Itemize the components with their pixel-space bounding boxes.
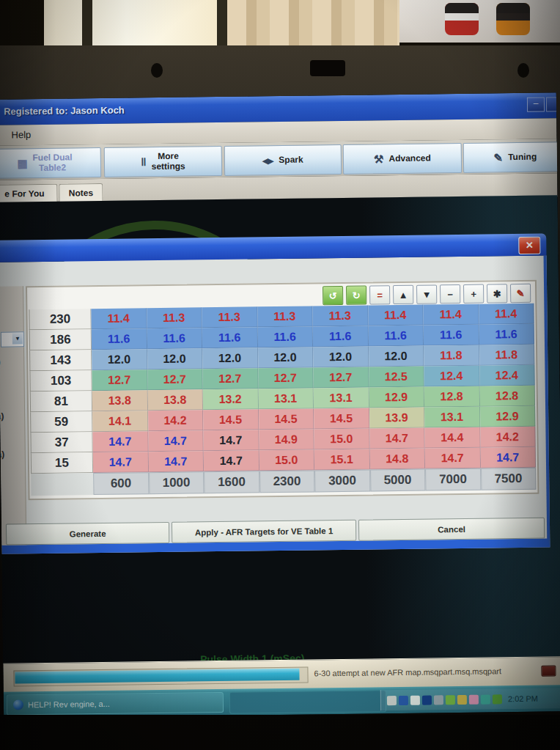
bluetooth-icon[interactable]: [399, 695, 408, 705]
afr-cell[interactable]: 11.8: [479, 345, 535, 366]
volume-icon[interactable]: [410, 695, 420, 705]
generate-button[interactable]: Generate: [6, 522, 169, 545]
afr-cell[interactable]: 15.0: [259, 449, 314, 471]
afr-cell[interactable]: 14.7: [148, 430, 204, 452]
afr-cell[interactable]: 12.4: [479, 365, 535, 386]
multiply-icon[interactable]: ✱: [487, 284, 507, 303]
afr-cell[interactable]: 11.6: [424, 325, 479, 346]
afr-cell[interactable]: 12.7: [258, 367, 314, 389]
afr-cell[interactable]: 12.9: [369, 387, 424, 408]
taskbar-active-button[interactable]: [229, 690, 386, 714]
toolbar-button-advanced[interactable]: ⚒Advanced: [343, 143, 462, 174]
afr-cell[interactable]: 12.0: [369, 346, 424, 367]
afr-cell[interactable]: 13.1: [424, 407, 480, 428]
afr-cell[interactable]: 14.7: [425, 448, 481, 469]
maximize-button[interactable]: [546, 97, 560, 111]
afr-cell[interactable]: 15.0: [314, 429, 369, 450]
messenger-icon[interactable]: [469, 694, 479, 704]
afr-cell[interactable]: 12.8: [424, 386, 480, 408]
tab-e-for-you[interactable]: e For You: [0, 184, 58, 203]
taskbar-app-button[interactable]: HELP! Rev engine, a...: [7, 692, 224, 716]
afr-cell[interactable]: 12.9: [480, 406, 536, 427]
afr-cell[interactable]: 11.6: [313, 326, 369, 348]
afr-cell[interactable]: 14.7: [369, 428, 425, 449]
afr-cell[interactable]: 11.3: [147, 307, 202, 328]
afr-cell[interactable]: 11.8: [424, 345, 479, 367]
afr-cell[interactable]: 14.5: [314, 408, 369, 430]
afr-cell[interactable]: 14.8: [369, 449, 425, 470]
minimize-button[interactable]: –: [527, 98, 545, 112]
afr-cell[interactable]: 12.7: [202, 368, 258, 389]
toolbar-button-spark[interactable]: ◂▸Spark: [224, 144, 342, 176]
afr-cell[interactable]: 11.4: [368, 305, 424, 326]
afr-cell[interactable]: 13.2: [203, 389, 259, 410]
afr-cell[interactable]: 12.0: [258, 347, 314, 368]
afr-cell[interactable]: 13.1: [314, 388, 369, 409]
afr-cell[interactable]: 12.0: [202, 348, 258, 369]
afr-cell[interactable]: 12.4: [424, 366, 479, 387]
increase-icon[interactable]: ▲: [393, 285, 413, 304]
afr-cell[interactable]: 13.8: [147, 389, 203, 411]
afr-cell[interactable]: 11.3: [257, 306, 313, 327]
afr-cell[interactable]: 14.7: [93, 452, 149, 473]
afr-cell[interactable]: 12.7: [313, 367, 369, 389]
afr-cell[interactable]: 11.4: [479, 304, 534, 325]
toolbar-button-tuning[interactable]: ✎Tuning: [463, 141, 560, 173]
usb-icon[interactable]: [422, 695, 432, 705]
afr-cell[interactable]: 14.7: [92, 431, 148, 452]
menu-help[interactable]: Help: [11, 129, 31, 140]
display-icon[interactable]: [434, 695, 443, 705]
afr-cell[interactable]: 12.7: [147, 369, 203, 390]
afr-cell[interactable]: 11.6: [92, 328, 147, 350]
toolbar-button-more[interactable]: ‖Moresettings: [104, 146, 222, 177]
afr-cell[interactable]: 14.7: [203, 430, 259, 451]
afr-cell[interactable]: 11.4: [423, 304, 479, 326]
antivirus-icon[interactable]: [481, 694, 490, 704]
cancel-button[interactable]: Cancel: [358, 518, 545, 541]
afr-cell[interactable]: 11.3: [202, 306, 257, 328]
signal-icon[interactable]: [493, 694, 502, 704]
afr-cell[interactable]: 13.9: [369, 408, 425, 429]
afr-cell[interactable]: 11.6: [257, 326, 313, 348]
afr-cell[interactable]: 14.7: [480, 447, 536, 468]
afr-cell[interactable]: 11.6: [202, 327, 258, 348]
minus-icon[interactable]: −: [440, 284, 460, 304]
tab-notes[interactable]: Notes: [59, 183, 103, 202]
afr-cell[interactable]: 14.5: [259, 408, 314, 430]
units-dropdown[interactable]: ▾: [1, 331, 24, 347]
afr-cell[interactable]: 13.8: [92, 390, 148, 411]
battery-icon[interactable]: [457, 694, 467, 704]
afr-cell[interactable]: 14.1: [92, 411, 148, 432]
afr-cell[interactable]: 14.7: [204, 450, 259, 471]
network-icon[interactable]: [387, 696, 397, 705]
afr-cell[interactable]: 11.4: [91, 308, 147, 329]
afr-cell[interactable]: 14.2: [480, 427, 536, 448]
afr-cell[interactable]: 12.5: [369, 367, 424, 388]
decrease-icon[interactable]: ▼: [416, 284, 437, 304]
afr-cell[interactable]: 12.7: [92, 370, 147, 391]
afr-cell[interactable]: 12.0: [92, 349, 147, 370]
redo-icon[interactable]: ↻: [346, 286, 366, 305]
set-equal-icon[interactable]: =: [369, 285, 390, 304]
plus-icon[interactable]: +: [463, 284, 484, 304]
afr-cell[interactable]: 14.9: [259, 429, 314, 450]
afr-cell[interactable]: 11.6: [368, 326, 424, 347]
afr-cell[interactable]: 11.3: [312, 306, 368, 327]
afr-cell[interactable]: 11.6: [147, 328, 202, 349]
afr-cell[interactable]: 12.8: [479, 386, 535, 407]
afr-cell[interactable]: 15.1: [314, 449, 370, 471]
chart-icon[interactable]: [446, 695, 455, 705]
toolbar-button-fuel-dual[interactable]: ▦Fuel DualTable2: [0, 147, 101, 179]
afr-cell[interactable]: 11.6: [479, 324, 534, 345]
afr-cell[interactable]: 12.0: [313, 347, 369, 368]
afr-cell[interactable]: 14.4: [424, 427, 480, 449]
afr-cell[interactable]: 14.5: [203, 409, 259, 430]
undo-icon[interactable]: ↺: [323, 286, 343, 305]
afr-cell[interactable]: 14.7: [148, 451, 204, 472]
afr-cell[interactable]: 12.0: [147, 348, 203, 370]
apply-button[interactable]: Apply - AFR Targets for VE Table 1: [172, 520, 356, 543]
afr-cell[interactable]: 14.2: [148, 410, 204, 431]
edit-pencil-icon[interactable]: ✎: [510, 284, 531, 303]
close-icon[interactable]: ✕: [518, 237, 540, 254]
afr-cell[interactable]: 13.1: [258, 388, 314, 409]
